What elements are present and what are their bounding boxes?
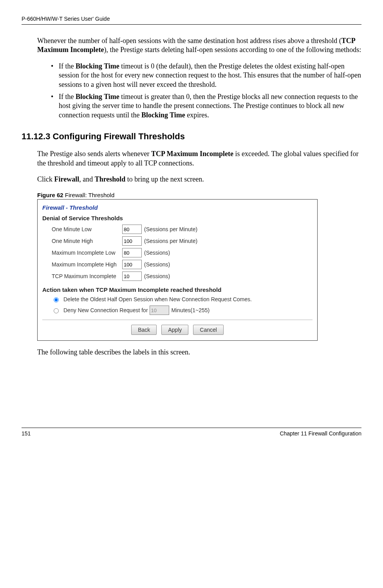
paragraph-intro: Whenever the number of half-open session…	[22, 36, 361, 55]
section-heading: 11.12.3 Configuring Firewall Thresholds	[22, 131, 361, 142]
action-delete-oldest: Delete the Oldest Half Open Session when…	[52, 296, 313, 302]
paragraph: The following table describes the labels…	[22, 348, 361, 357]
row-label: Maximum Incomplete High	[52, 261, 122, 268]
figure-caption: Figure 62 Firewall: Threshold	[37, 192, 361, 198]
delete-oldest-radio[interactable]	[54, 297, 59, 302]
bold-text: Blocking Time	[76, 62, 119, 70]
text: Click	[37, 175, 54, 183]
tcp-max-incomplete-input[interactable]	[122, 272, 142, 281]
threshold-row-one-minute-high: One Minute High (Sessions per Minute)	[52, 236, 313, 246]
text: If the	[59, 93, 76, 101]
threshold-row-max-incomplete-low: Maximum Incomplete Low (Sessions)	[52, 248, 313, 257]
paragraph: The Prestige also sends alerts whenever …	[22, 149, 361, 168]
row-unit: (Sessions)	[144, 273, 170, 279]
text: ), the Prestige starts deleting half-ope…	[104, 46, 361, 54]
deny-minutes-input	[150, 306, 169, 315]
page-number: 151	[22, 430, 31, 437]
dos-thresholds-heading: Denial of Service Thresholds	[42, 215, 313, 221]
screenshot-title: Firewall - Threshold	[42, 204, 313, 211]
row-label: Maximum Incomplete Low	[52, 250, 122, 256]
divider	[42, 320, 313, 320]
row-unit: (Sessions)	[144, 250, 170, 256]
row-unit: (Sessions per Minute)	[144, 238, 197, 244]
text: If the	[59, 62, 76, 70]
action-label-part2: Minutes(1~255)	[172, 307, 210, 313]
row-label: One Minute Low	[52, 226, 122, 232]
action-deny-new: Deny New Connection Request for Minutes(…	[52, 306, 313, 315]
figure-label: Figure 62	[37, 192, 63, 198]
page-header: P-660H/HW/W-T Series User' Guide	[22, 16, 361, 25]
text: The Prestige also sends alerts whenever	[37, 150, 151, 158]
button-row: Back Apply Cancel	[42, 325, 313, 335]
paragraph: Click Firewall, and Threshold to bring u…	[22, 175, 361, 184]
apply-button[interactable]: Apply	[161, 325, 188, 335]
firewall-threshold-screenshot: Firewall - Threshold Denial of Service T…	[37, 199, 318, 341]
page-footer: 151 Chapter 11 Firewall Configuration	[22, 428, 361, 437]
action-label-part1: Deny New Connection Request for	[63, 307, 148, 313]
deny-new-radio[interactable]	[54, 308, 59, 313]
one-minute-high-input[interactable]	[122, 236, 142, 246]
text: expires.	[185, 111, 209, 119]
row-label: TCP Maximum Incomplete	[52, 273, 122, 279]
figure-title: Firewall: Threshold	[63, 192, 115, 198]
text: Whenever the number of half-open session…	[37, 37, 341, 45]
bullet-item: If the Blocking Time timeout is 0 (the d…	[51, 62, 361, 89]
bullet-list: If the Blocking Time timeout is 0 (the d…	[22, 62, 361, 120]
bold-text: TCP Maximum Incomplete	[151, 150, 233, 158]
action-label: Delete the Oldest Half Open Session when…	[63, 296, 252, 302]
bullet-item: If the Blocking Time timeout is greater …	[51, 92, 361, 120]
threshold-row-max-incomplete-high: Maximum Incomplete High (Sessions)	[52, 260, 313, 269]
action-heading: Action taken when TCP Maximum Incomplete…	[42, 286, 313, 293]
bold-text: Blocking Time	[76, 93, 119, 101]
max-incomplete-low-input[interactable]	[122, 248, 142, 257]
one-minute-low-input[interactable]	[122, 225, 142, 234]
bold-text: Blocking Time	[141, 111, 185, 119]
row-label: One Minute High	[52, 238, 122, 244]
row-unit: (Sessions)	[144, 261, 170, 268]
threshold-row-tcp-max-incomplete: TCP Maximum Incomplete (Sessions)	[52, 272, 313, 281]
cancel-button[interactable]: Cancel	[193, 325, 224, 335]
text: , and	[79, 175, 95, 183]
text: to bring up the next screen.	[125, 175, 204, 183]
chapter-label: Chapter 11 Firewall Configuration	[280, 430, 361, 437]
bold-text: Firewall	[54, 175, 79, 183]
back-button[interactable]: Back	[131, 325, 157, 335]
bold-text: Threshold	[95, 175, 126, 183]
row-unit: (Sessions per Minute)	[144, 226, 197, 232]
max-incomplete-high-input[interactable]	[122, 260, 142, 269]
threshold-row-one-minute-low: One Minute Low (Sessions per Minute)	[52, 225, 313, 234]
